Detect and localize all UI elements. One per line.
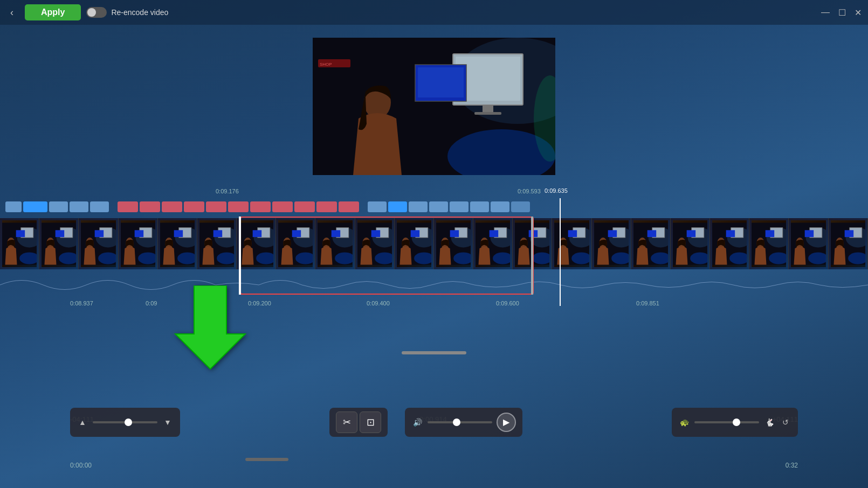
block-red — [272, 201, 293, 212]
titlebar: ‹ Apply Re-encode video — ☐ ✕ — [0, 0, 868, 25]
minimize-button[interactable]: — — [821, 8, 830, 17]
svg-rect-17 — [16, 230, 25, 237]
timecode-start: 0:00:00 — [70, 462, 92, 469]
filmstrip — [0, 218, 868, 269]
svg-rect-71 — [371, 230, 380, 237]
svg-rect-47 — [213, 230, 223, 237]
ts-top-left: 0:09.176 — [216, 188, 239, 194]
speed-thumb[interactable] — [733, 419, 740, 426]
cut-button[interactable]: ✂ — [336, 412, 357, 433]
selection-right-handle[interactable] — [531, 217, 533, 295]
block-red — [316, 201, 337, 212]
film-frame — [355, 218, 395, 269]
svg-rect-59 — [292, 230, 301, 237]
block-red — [206, 201, 226, 212]
film-frame — [829, 218, 868, 269]
svg-rect-119 — [687, 230, 696, 237]
speed-fast-icon[interactable]: 🐇 — [763, 416, 775, 428]
ts-b5: 0:09.600 — [496, 300, 519, 306]
film-frame — [434, 218, 473, 269]
svg-rect-131 — [766, 230, 775, 237]
edit-panel: ✂ ⊡ — [329, 408, 388, 437]
speed-panel: 🐢 🐇 ↺ — [672, 408, 798, 437]
svg-rect-83 — [450, 230, 459, 237]
block-blue — [90, 201, 109, 212]
selection-left-handle[interactable] — [239, 217, 241, 295]
svg-rect-125 — [726, 230, 735, 237]
block-blue — [491, 201, 509, 212]
svg-rect-95 — [529, 230, 538, 237]
bottom-scroll-thumb[interactable] — [245, 458, 288, 461]
svg-rect-101 — [568, 230, 577, 237]
volume-slider[interactable] — [428, 421, 492, 423]
svg-rect-41 — [174, 230, 183, 237]
video-frame: SHOP — [313, 38, 555, 175]
block-blue — [70, 201, 88, 212]
block-blue — [511, 201, 530, 212]
timeline-area: 0:09.176 0:09.593 — [0, 183, 868, 334]
speed-slow-icon[interactable]: 🐢 — [678, 416, 690, 428]
ts-b4: 0:09.400 — [367, 300, 390, 306]
play-button[interactable]: ▶ — [497, 413, 516, 432]
film-frame — [749, 218, 789, 269]
svg-rect-113 — [647, 230, 656, 237]
blocks-row — [0, 199, 868, 214]
block-blue — [5, 201, 22, 212]
film-frame — [276, 218, 315, 269]
svg-rect-89 — [490, 230, 499, 237]
close-button[interactable]: ✕ — [855, 8, 862, 18]
zoom-slider[interactable] — [93, 421, 157, 423]
film-frame — [158, 218, 197, 269]
volume-thumb[interactable] — [453, 419, 460, 426]
film-frame — [0, 218, 39, 269]
block-blue — [429, 201, 448, 212]
controls-bar: ▲ ▼ ✂ ⊡ 🔊 ▶ 🐢 🐇 ↺ — [0, 405, 868, 440]
block-blue — [49, 201, 68, 212]
waveform-svg — [0, 270, 868, 300]
zoom-panel: ▲ ▼ — [70, 408, 180, 437]
speed-slider[interactable] — [694, 421, 759, 423]
film-frame — [395, 218, 434, 269]
volume-icon[interactable]: 🔊 — [411, 416, 423, 428]
film-frame — [552, 218, 591, 269]
block-red — [250, 201, 271, 212]
timeline-scrollbar[interactable] — [402, 351, 466, 354]
apply-button[interactable]: Apply — [25, 4, 81, 20]
film-frame — [79, 218, 118, 269]
film-frame — [473, 218, 513, 269]
film-frame — [315, 218, 355, 269]
block-red — [118, 201, 138, 212]
center-controls: ✂ ⊡ 🔊 ▶ — [329, 408, 522, 437]
playback-panel: 🔊 ▶ — [405, 408, 522, 437]
ts-b6: 0:09.851 — [636, 300, 659, 306]
block-blue — [409, 201, 428, 212]
back-button[interactable]: ‹ — [4, 5, 19, 20]
reencode-toggle[interactable]: Re-encode video — [86, 7, 168, 18]
maximize-button[interactable]: ☐ — [838, 8, 846, 18]
playhead[interactable]: 0:09.635 — [560, 198, 561, 306]
ts-top-right: 0:09.593 — [518, 188, 541, 194]
block-blue — [470, 201, 489, 212]
zoom-thumb[interactable] — [125, 419, 132, 426]
svg-rect-107 — [608, 230, 617, 237]
crop-button[interactable]: ⊡ — [360, 412, 381, 433]
timestamp-top: 0:09.176 0:09.593 — [0, 183, 868, 199]
film-frame — [631, 218, 671, 269]
svg-rect-77 — [410, 230, 419, 237]
svg-rect-137 — [805, 230, 814, 237]
svg-rect-65 — [332, 230, 341, 237]
block-red — [140, 201, 160, 212]
reset-icon[interactable]: ↺ — [780, 416, 791, 428]
zoom-in-icon[interactable]: ▼ — [162, 416, 174, 428]
film-frame — [710, 218, 749, 269]
playhead-label: 0:09.635 — [545, 187, 568, 194]
timecode-end: 0:32 — [786, 462, 798, 469]
block-blue — [450, 201, 469, 212]
zoom-out-icon[interactable]: ▲ — [77, 416, 88, 428]
block-red — [339, 201, 359, 212]
block-red — [294, 201, 315, 212]
svg-rect-53 — [253, 230, 262, 237]
reencode-label: Re-encode video — [111, 8, 168, 17]
ts-b2: 0:09 — [146, 300, 157, 306]
reencode-switch[interactable] — [86, 7, 107, 18]
